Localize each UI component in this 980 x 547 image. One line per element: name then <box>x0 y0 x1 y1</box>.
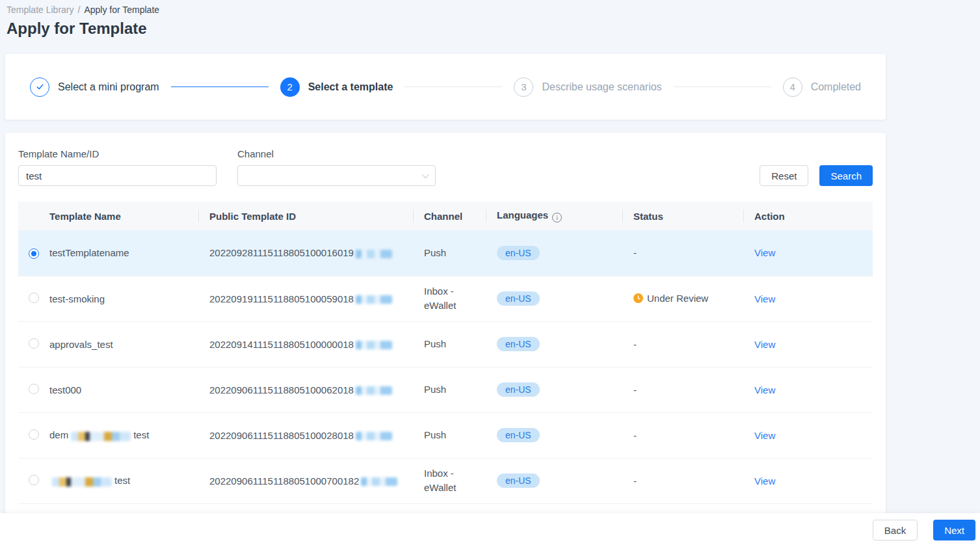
redacted-id-blur <box>356 250 392 258</box>
language-tag: en-US <box>497 474 540 488</box>
step-connector-1 <box>171 87 269 87</box>
view-link[interactable]: View <box>754 430 775 441</box>
languages-cell: en-US <box>486 276 623 321</box>
view-link[interactable]: View <box>754 247 775 258</box>
breadcrumb-current: Apply for Template <box>84 5 159 15</box>
status-cell: Under Review <box>623 276 744 321</box>
breadcrumb-parent[interactable]: Template Library <box>7 5 74 15</box>
template-id-cell: 202209281115118805100016019 <box>199 230 414 276</box>
step-select-mini-program: Select a mini program <box>30 77 159 97</box>
step-completed: 4 Completed <box>783 77 861 97</box>
languages-cell: en-US <box>486 412 623 458</box>
table-row[interactable]: approvals_test 2022091411151188051000000… <box>18 321 873 367</box>
radio-dot <box>31 251 36 256</box>
table-row[interactable]: test000 202209061115118805100062018 Push… <box>18 367 873 412</box>
view-link[interactable]: View <box>754 293 775 304</box>
step4-label: Completed <box>811 81 861 93</box>
languages-cell: en-US <box>486 230 623 276</box>
action-cell: View <box>744 367 873 412</box>
view-link[interactable]: View <box>754 339 775 350</box>
step-select-template: 2 Select a template <box>280 77 393 97</box>
col-template-name: Template Name <box>39 202 199 230</box>
redacted-id-blur <box>356 295 392 304</box>
status-cell: - <box>623 458 744 503</box>
row-radio[interactable] <box>29 338 39 349</box>
template-list-card: Template Name/ID Channel Reset Search <box>5 133 886 514</box>
channel-cell: Push <box>414 230 486 276</box>
radio-column-header <box>18 202 39 230</box>
col-status: Status <box>623 202 744 230</box>
footer-bar: Back Next <box>0 513 980 547</box>
template-name-cell: test000 <box>39 367 199 412</box>
action-cell: View <box>744 412 873 458</box>
channel-cell: Push <box>414 321 486 367</box>
breadcrumb-separator: / <box>78 5 81 15</box>
table-row[interactable]: demtest 202209061115118805100028018 Push… <box>18 412 873 458</box>
row-radio[interactable] <box>29 384 39 394</box>
template-table: Template Name Public Template ID Channel… <box>18 202 873 504</box>
check-icon <box>35 82 45 92</box>
redacted-id-blur <box>356 432 392 440</box>
table-row[interactable]: test-smoking 202209191115118805100059018… <box>18 276 873 321</box>
col-languages: Languages <box>486 202 623 230</box>
row-radio[interactable] <box>29 293 39 303</box>
row-radio[interactable] <box>29 429 39 440</box>
template-name-cell: demtest <box>39 412 199 458</box>
template-name-filter: Template Name/ID <box>18 146 217 186</box>
back-button[interactable]: Back <box>873 520 918 540</box>
action-cell: View <box>744 458 873 503</box>
language-tag: en-US <box>497 246 540 260</box>
next-button[interactable]: Next <box>933 520 975 540</box>
language-tag: en-US <box>497 291 540 306</box>
step-connector-2 <box>404 87 502 87</box>
template-name-cell: testTemplatename <box>39 230 199 276</box>
filter-bar: Template Name/ID Channel Reset Search <box>18 146 873 186</box>
channel-cell: Push <box>414 367 486 412</box>
step3-number-circle: 3 <box>514 77 533 97</box>
action-cell: View <box>744 230 873 276</box>
redacted-name-blur <box>71 432 131 441</box>
row-radio[interactable] <box>29 248 39 259</box>
language-tag: en-US <box>497 382 540 397</box>
template-name-input[interactable] <box>18 165 217 186</box>
main-content: Template Library/Apply for Template Appl… <box>5 0 886 514</box>
breadcrumb: Template Library/Apply for Template <box>5 0 886 15</box>
channel-cell: Inbox - eWallet <box>414 458 486 503</box>
redacted-name-blur <box>52 477 112 487</box>
step3-label: Describe usage scenarios <box>542 81 661 93</box>
redacted-id-blur <box>356 386 392 395</box>
action-cell: View <box>744 276 873 321</box>
languages-cell: en-US <box>486 458 623 503</box>
table-body: testTemplatename 20220928111511880510001… <box>18 230 873 503</box>
redacted-id-blur <box>356 341 392 349</box>
info-icon[interactable] <box>552 213 562 222</box>
page-title: Apply for Template <box>7 20 884 38</box>
reset-button[interactable]: Reset <box>760 165 808 186</box>
template-id-cell: 202209061115118805100028018 <box>199 412 414 458</box>
template-id-cell: 202209141115118805100000018 <box>199 321 414 367</box>
row-radio[interactable] <box>29 475 39 485</box>
language-tag: en-US <box>497 428 540 442</box>
channel-cell: Inbox - eWallet <box>414 276 486 321</box>
table-header: Template Name Public Template ID Channel… <box>18 202 873 230</box>
status-cell: - <box>623 367 744 412</box>
step-describe-usage: 3 Describe usage scenarios <box>514 77 661 97</box>
col-action: Action <box>744 202 873 230</box>
col-public-template-id: Public Template ID <box>199 202 414 230</box>
col-channel: Channel <box>414 202 486 230</box>
view-link[interactable]: View <box>754 475 775 487</box>
step4-number-circle: 4 <box>783 77 802 97</box>
languages-cell: en-US <box>486 321 623 367</box>
status-cell: - <box>623 412 744 458</box>
view-link[interactable]: View <box>754 384 775 395</box>
step1-check-circle <box>30 77 49 97</box>
channel-label: Channel <box>237 148 436 159</box>
step2-number-circle: 2 <box>280 77 300 97</box>
search-button[interactable]: Search <box>819 165 873 186</box>
table-row[interactable]: testTemplatename 20220928111511880510001… <box>18 230 873 276</box>
table-row[interactable]: test 2022090611151188051000700182 Inbox … <box>18 458 873 503</box>
language-tag: en-US <box>497 337 540 351</box>
languages-cell: en-US <box>486 367 623 412</box>
channel-select[interactable] <box>237 165 436 186</box>
template-name-cell: test-smoking <box>39 276 199 321</box>
